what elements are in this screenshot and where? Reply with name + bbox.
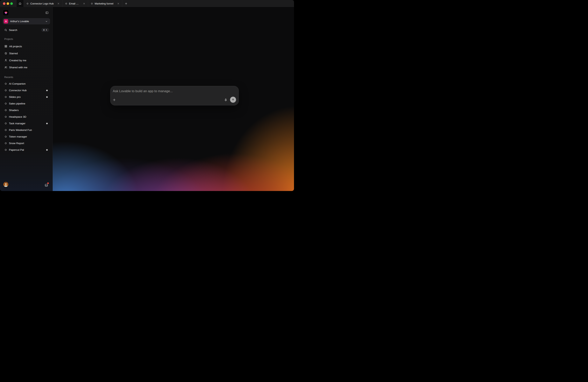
recent-project-label: Slides pro [9, 95, 21, 98]
prompt-box [110, 86, 239, 106]
recent-project-label: Shaders [9, 109, 19, 112]
project-diamond-icon [4, 122, 7, 125]
project-diamond-icon [4, 95, 7, 98]
recent-project-row[interactable]: AI Companion [0, 80, 53, 87]
home-icon [19, 2, 21, 5]
tab-close-button[interactable] [56, 1, 60, 5]
chevron-down-icon [45, 20, 48, 23]
plus-icon [113, 98, 116, 102]
recent-project-label: Connector Hub [9, 89, 27, 92]
sidebar-item-starred[interactable]: Starred [0, 50, 53, 57]
search-shortcut-badge: ⌘ K [42, 28, 49, 32]
user-avatar[interactable] [3, 182, 8, 187]
microphone-button[interactable] [223, 98, 228, 102]
star-filled-icon[interactable] [46, 122, 48, 125]
tab-marketing-funnel[interactable]: Marketing funnel [88, 0, 122, 7]
project-diamond-icon [91, 2, 93, 5]
inbox-button[interactable] [44, 183, 48, 187]
workspace-selector[interactable]: A Arthur's Lovable [3, 18, 50, 24]
send-button[interactable] [230, 97, 236, 103]
sidebar-item-label: All projects [9, 45, 22, 48]
star-filled-icon[interactable] [46, 89, 48, 92]
recent-project-row[interactable]: Snow Report [0, 140, 53, 147]
workspace-avatar: A [4, 19, 8, 23]
tab-connector-logo-hub[interactable]: Connector Logo Hub [24, 0, 63, 7]
people-icon [4, 66, 7, 69]
recents-list: AI Companion Connector Hub Slides pro Sa… [0, 80, 53, 153]
lovable-logo [3, 10, 9, 16]
sidebar-item-shared-with-me[interactable]: Shared with me [0, 64, 53, 71]
recent-project-label: Snow Report [9, 142, 24, 145]
project-diamond-icon [4, 128, 7, 131]
recents-section-label: Recents [4, 76, 13, 79]
recent-project-label: Papercut Pal [9, 149, 24, 151]
sidebar-item-label: Shared with me [9, 66, 27, 69]
project-diamond-icon [4, 135, 7, 138]
project-diamond-icon [4, 142, 7, 145]
sidebar-item-label: Starred [9, 52, 18, 55]
recent-project-label: Task manager [9, 122, 25, 125]
notification-dot [47, 182, 49, 184]
workspace-name: Arthur's Lovable [10, 20, 43, 23]
recent-project-row[interactable]: Shaders [0, 107, 53, 113]
zoom-window-button[interactable] [10, 2, 13, 5]
grid-icon [4, 45, 7, 48]
project-diamond-icon [4, 82, 7, 85]
search-button[interactable]: Search ⌘ K [3, 27, 50, 33]
recent-project-row[interactable]: Headspace 3D [0, 113, 53, 120]
tab-close-button[interactable] [82, 1, 86, 5]
plus-icon [125, 2, 127, 5]
recent-project-row[interactable]: Connector Hub [0, 87, 53, 94]
recent-project-row[interactable]: Token manager [0, 133, 53, 140]
sidebar-toggle-button[interactable] [44, 10, 50, 15]
tab-label: Marketing funnel [95, 2, 114, 5]
person-icon [4, 59, 7, 62]
star-filled-icon[interactable] [46, 96, 48, 98]
close-window-button[interactable] [3, 2, 5, 5]
tab-home[interactable] [16, 0, 24, 7]
recent-project-row[interactable]: Papercut Pal [0, 147, 53, 153]
projects-list: All projects Starred Created by me [0, 43, 53, 71]
recent-project-label: Paris Weekend Fun [9, 128, 32, 131]
new-tab-button[interactable] [122, 0, 130, 7]
attach-button[interactable] [112, 98, 116, 102]
project-diamond-icon [65, 2, 67, 5]
window-controls [0, 0, 16, 7]
project-diamond-icon [4, 102, 7, 105]
mic-icon [224, 98, 228, 102]
tab-label: Connector Logo Hub [30, 2, 54, 5]
sidebar-item-created-by-me[interactable]: Created by me [0, 57, 53, 64]
recent-project-row[interactable]: Sales pipeline [0, 100, 53, 107]
app-window: Connector Logo Hub Email app Marke [0, 0, 294, 191]
recent-project-row[interactable]: Paris Weekend Fun [0, 127, 53, 133]
tab-email-app[interactable]: Email app [63, 0, 88, 7]
project-diamond-icon [4, 115, 7, 118]
arrow-up-icon [231, 98, 235, 101]
tab-bar: Connector Logo Hub Email app Marke [0, 0, 294, 7]
project-diamond-icon [4, 149, 7, 151]
tab-bar-empty-space [130, 0, 294, 7]
main-background [53, 7, 294, 191]
project-diamond-icon [4, 109, 7, 112]
projects-section-label: Projects [4, 38, 13, 41]
sidebar-item-all-projects[interactable]: All projects [0, 43, 53, 50]
sidebar-item-label: Created by me [9, 59, 26, 62]
tab-close-button[interactable] [116, 1, 120, 5]
recent-project-label: Token manager [9, 135, 27, 138]
search-icon [4, 29, 7, 32]
recent-project-row[interactable]: Slides pro [0, 94, 53, 100]
recent-project-label: Sales pipeline [9, 102, 25, 105]
recent-project-label: AI Companion [9, 82, 26, 85]
tab-label: Email app [69, 2, 80, 5]
recent-project-row[interactable]: Task manager [0, 120, 53, 127]
search-label: Search [9, 29, 40, 32]
project-diamond-icon [26, 2, 29, 5]
project-diamond-icon [4, 89, 7, 92]
star-icon [4, 52, 7, 55]
recent-project-label: Headspace 3D [9, 115, 26, 118]
star-filled-icon[interactable] [46, 149, 48, 151]
minimize-window-button[interactable] [7, 2, 9, 5]
sidebar: A Arthur's Lovable Search ⌘ K Projects A… [0, 7, 53, 191]
prompt-input[interactable] [110, 86, 239, 97]
